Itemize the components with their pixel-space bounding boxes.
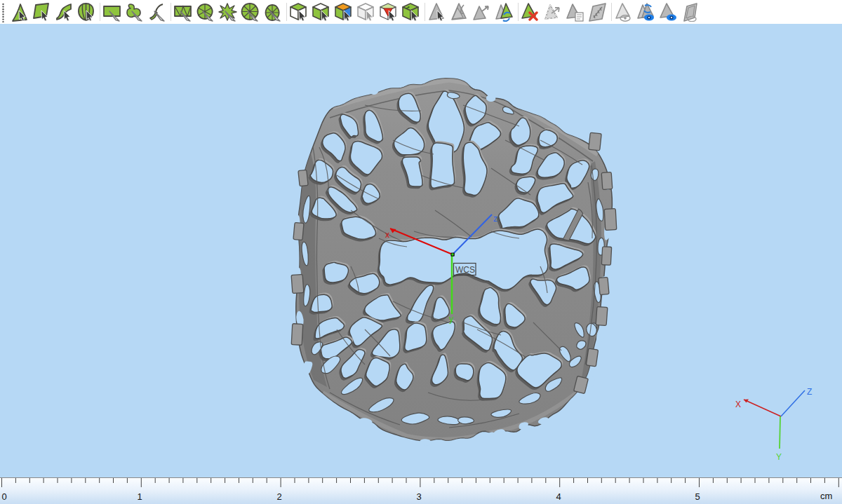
svg-text:0: 0 [1, 491, 6, 502]
svg-text:z: z [493, 214, 497, 224]
svg-text:3: 3 [416, 491, 421, 502]
svg-text:X: X [735, 400, 741, 409]
svg-text:Z: Z [807, 387, 812, 397]
svg-text:WCS: WCS [455, 265, 475, 275]
svg-text:1: 1 [137, 491, 142, 502]
svg-text:2: 2 [276, 491, 281, 502]
svg-text:5: 5 [695, 491, 700, 502]
svg-text:cm: cm [820, 491, 832, 501]
svg-text:y: y [449, 314, 453, 324]
svg-text:Y: Y [776, 452, 782, 462]
svg-text:x: x [385, 230, 389, 240]
svg-text:4: 4 [556, 491, 561, 502]
